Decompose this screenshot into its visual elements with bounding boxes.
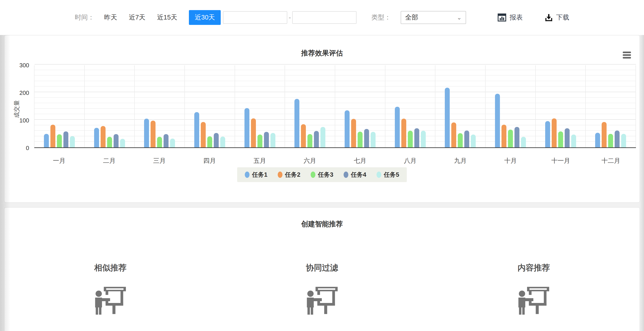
bar-任务2-六月[interactable] bbox=[301, 124, 306, 147]
bar-任务4-一月[interactable] bbox=[64, 131, 68, 147]
bar-任务1-八月[interactable] bbox=[395, 107, 400, 147]
bar-任务5-七月[interactable] bbox=[370, 132, 376, 147]
legend-item-任务1[interactable]: 任务1 bbox=[245, 171, 267, 179]
option-content-recommend[interactable]: 内容推荐 bbox=[428, 262, 640, 318]
bar-任务1-十一月[interactable] bbox=[545, 121, 550, 147]
download-button[interactable]: 下载 bbox=[544, 13, 569, 22]
bar-任务5-一月[interactable] bbox=[70, 136, 75, 147]
bar-任务5-六月[interactable] bbox=[320, 127, 325, 147]
option-collaborative-filter[interactable]: 协同过滤 bbox=[216, 262, 428, 318]
bar-任务1-二月[interactable] bbox=[94, 128, 99, 147]
bar-任务3-六月[interactable] bbox=[308, 134, 312, 147]
time-option-7days[interactable]: 近7天 bbox=[129, 13, 146, 22]
date-start-input[interactable] bbox=[223, 11, 287, 24]
x-axis-labels: 一月二月三月四月五月六月七月八月九月十月十一月十二月 bbox=[34, 157, 636, 165]
month-group-一月 bbox=[34, 65, 85, 147]
legend-item-任务2[interactable]: 任务2 bbox=[278, 171, 300, 179]
report-button[interactable]: 报表 bbox=[497, 13, 522, 23]
bar-任务3-三月[interactable] bbox=[157, 137, 162, 147]
bar-任务2-九月[interactable] bbox=[451, 122, 456, 147]
bar-任务3-七月[interactable] bbox=[358, 132, 362, 147]
bar-任务1-十二月[interactable] bbox=[595, 133, 600, 147]
bar-任务3-一月[interactable] bbox=[57, 134, 62, 147]
bar-任务1-三月[interactable] bbox=[144, 119, 149, 147]
bar-任务5-十二月[interactable] bbox=[621, 134, 626, 147]
bar-任务5-四月[interactable] bbox=[220, 137, 225, 147]
bar-任务4-四月[interactable] bbox=[214, 133, 219, 147]
x-tick-label: 九月 bbox=[436, 157, 486, 165]
bar-任务3-十二月[interactable] bbox=[608, 134, 613, 147]
presentation-icon bbox=[216, 281, 428, 318]
bar-任务5-五月[interactable] bbox=[270, 133, 276, 147]
create-recommendation-card: 创建智能推荐 相似推荐 bbox=[4, 207, 640, 331]
bar-任务3-十月[interactable] bbox=[508, 130, 513, 147]
create-card-title: 创建智能推荐 bbox=[4, 208, 640, 229]
bar-任务1-四月[interactable] bbox=[194, 112, 199, 147]
bar-任务2-一月[interactable] bbox=[50, 125, 55, 147]
download-button-label: 下载 bbox=[556, 13, 569, 22]
month-group-二月 bbox=[85, 65, 135, 147]
time-filter-label: 时间： bbox=[75, 13, 94, 22]
x-tick-label: 六月 bbox=[285, 157, 335, 165]
bar-任务2-五月[interactable] bbox=[251, 118, 256, 147]
option-similar-recommend[interactable]: 相似推荐 bbox=[4, 262, 216, 318]
bar-任务1-五月[interactable] bbox=[244, 108, 250, 147]
time-option-30days-active[interactable]: 近30天 bbox=[189, 10, 221, 25]
bar-任务4-三月[interactable] bbox=[164, 134, 168, 147]
legend-item-任务5[interactable]: 任务5 bbox=[377, 171, 399, 179]
bar-任务4-七月[interactable] bbox=[364, 129, 369, 147]
bar-任务3-八月[interactable] bbox=[408, 131, 413, 147]
bar-任务5-三月[interactable] bbox=[170, 139, 175, 147]
bar-任务1-六月[interactable] bbox=[294, 99, 299, 147]
bar-任务2-十月[interactable] bbox=[502, 125, 506, 147]
legend-label: 任务5 bbox=[384, 171, 399, 179]
x-tick-label: 十月 bbox=[485, 157, 536, 165]
bar-任务3-九月[interactable] bbox=[458, 133, 463, 147]
bar-任务2-十一月[interactable] bbox=[552, 118, 556, 147]
legend-item-任务4[interactable]: 任务4 bbox=[344, 171, 366, 179]
date-end-input[interactable] bbox=[292, 11, 356, 24]
month-group-六月 bbox=[285, 65, 335, 147]
bar-任务2-七月[interactable] bbox=[351, 119, 356, 147]
chart-title: 推荐效果评估 bbox=[4, 36, 640, 58]
bar-任务4-八月[interactable] bbox=[414, 128, 419, 147]
bar-任务2-十二月[interactable] bbox=[602, 122, 606, 147]
chart-menu-hamburger-icon[interactable] bbox=[623, 52, 631, 60]
type-select[interactable]: 全部 ⌄ bbox=[401, 11, 466, 24]
month-group-九月 bbox=[436, 65, 486, 147]
bar-任务4-九月[interactable] bbox=[464, 131, 469, 147]
chart-card: 推荐效果评估 0100200300 成交量 一月二月三月四月五月六月七月八月九月… bbox=[4, 35, 640, 203]
bar-任务4-十月[interactable] bbox=[514, 127, 520, 147]
bar-任务3-二月[interactable] bbox=[107, 137, 112, 147]
chevron-down-icon: ⌄ bbox=[457, 14, 462, 21]
bar-任务1-七月[interactable] bbox=[345, 110, 350, 147]
page-right-shadow bbox=[640, 35, 644, 331]
download-icon bbox=[544, 13, 554, 22]
bar-任务4-六月[interactable] bbox=[314, 131, 319, 147]
bar-任务5-十一月[interactable] bbox=[571, 135, 576, 147]
bar-任务3-五月[interactable] bbox=[258, 135, 262, 147]
bar-任务3-四月[interactable] bbox=[207, 136, 212, 147]
bar-任务5-二月[interactable] bbox=[120, 139, 125, 147]
bar-任务3-十一月[interactable] bbox=[558, 131, 563, 147]
report-button-label: 报表 bbox=[510, 13, 522, 22]
legend-marker-icon bbox=[245, 172, 250, 178]
legend-item-任务3[interactable]: 任务3 bbox=[310, 171, 333, 179]
bar-任务2-八月[interactable] bbox=[401, 119, 406, 147]
presentation-icon bbox=[4, 281, 216, 318]
bar-任务2-四月[interactable] bbox=[201, 122, 206, 147]
bar-任务1-九月[interactable] bbox=[445, 88, 450, 147]
bar-任务5-八月[interactable] bbox=[421, 131, 426, 147]
bar-任务4-二月[interactable] bbox=[114, 134, 118, 147]
bar-任务2-二月[interactable] bbox=[100, 126, 106, 147]
time-option-15days[interactable]: 近15天 bbox=[157, 13, 177, 22]
bar-任务5-九月[interactable] bbox=[471, 135, 476, 147]
time-option-yesterday[interactable]: 昨天 bbox=[104, 13, 117, 22]
bar-任务1-十月[interactable] bbox=[495, 94, 500, 147]
bar-任务4-十二月[interactable] bbox=[615, 131, 620, 147]
bar-任务2-三月[interactable] bbox=[150, 121, 156, 147]
bar-任务4-五月[interactable] bbox=[264, 132, 269, 147]
bar-任务5-十月[interactable] bbox=[521, 137, 526, 147]
bar-任务4-十一月[interactable] bbox=[565, 128, 570, 147]
bar-任务1-一月[interactable] bbox=[44, 134, 49, 147]
